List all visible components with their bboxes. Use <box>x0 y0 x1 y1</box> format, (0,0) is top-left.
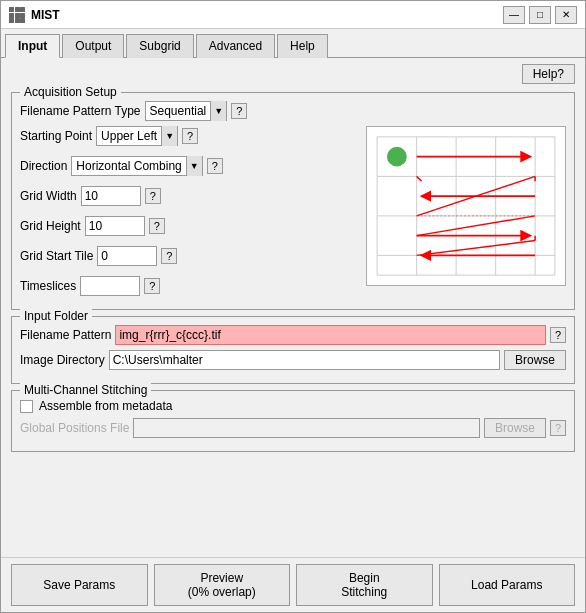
starting-point-help[interactable]: ? <box>182 128 198 144</box>
grid-width-help[interactable]: ? <box>145 188 161 204</box>
preview-button[interactable]: Preview (0% overlap) <box>154 564 291 606</box>
starting-point-label: Starting Point <box>20 129 92 143</box>
grid-height-help[interactable]: ? <box>149 218 165 234</box>
filename-pattern-label: Filename Pattern <box>20 328 111 342</box>
window-controls: — □ ✕ <box>503 6 577 24</box>
close-button[interactable]: ✕ <box>555 6 577 24</box>
grid-start-tile-label: Grid Start Tile <box>20 249 93 263</box>
svg-rect-1 <box>15 7 20 12</box>
grid-height-label: Grid Height <box>20 219 81 233</box>
svg-rect-2 <box>20 7 25 12</box>
acquisition-setup-group: Acquisition Setup Filename Pattern Type … <box>11 92 575 310</box>
bottom-bar: Save Params Preview (0% overlap) Begin S… <box>1 557 585 612</box>
assemble-checkbox[interactable] <box>20 400 33 413</box>
svg-line-25 <box>417 216 536 236</box>
load-params-button[interactable]: Load Params <box>439 564 576 606</box>
tab-subgrid[interactable]: Subgrid <box>126 34 193 58</box>
timeslices-help[interactable]: ? <box>144 278 160 294</box>
grid-height-row: Grid Height ? <box>20 216 358 236</box>
save-params-button[interactable]: Save Params <box>11 564 148 606</box>
starting-point-arrow[interactable]: ▼ <box>161 126 177 146</box>
grid-width-label: Grid Width <box>20 189 77 203</box>
tab-input[interactable]: Input <box>5 34 60 58</box>
input-folder-group: Input Folder Filename Pattern ? Image Di… <box>11 316 575 384</box>
svg-rect-5 <box>20 13 25 18</box>
image-directory-label: Image Directory <box>20 353 105 367</box>
starting-direction-row: Starting Point Upper Left ▼ ? <box>20 126 358 146</box>
assemble-checkbox-row: Assemble from metadata <box>20 399 566 413</box>
svg-rect-6 <box>9 18 14 23</box>
svg-line-29 <box>417 241 536 256</box>
help-row: Help? <box>11 64 575 84</box>
begin-stitching-button[interactable]: Begin Stitching <box>296 564 433 606</box>
main-window: MIST — □ ✕ Input Output Subgrid Advanced… <box>0 0 586 613</box>
global-positions-label: Global Positions File <box>20 421 129 435</box>
timeslices-row: Timeslices ? <box>20 276 358 296</box>
global-positions-help: ? <box>550 420 566 436</box>
svg-rect-3 <box>9 13 14 18</box>
filename-pattern-type-row: Filename Pattern Type Sequential ▼ ? <box>20 101 566 121</box>
acquisition-content: Starting Point Upper Left ▼ ? Direction … <box>20 126 566 301</box>
window-title: MIST <box>31 8 503 22</box>
filename-pattern-type-label: Filename Pattern Type <box>20 104 141 118</box>
filename-pattern-row: Filename Pattern ? <box>20 325 566 345</box>
image-directory-row: Image Directory Browse <box>20 350 566 370</box>
starting-point-select[interactable]: Upper Left ▼ <box>96 126 178 146</box>
main-content: Help? Acquisition Setup Filename Pattern… <box>1 58 585 557</box>
maximize-button[interactable]: □ <box>529 6 551 24</box>
svg-line-21 <box>417 176 422 181</box>
filename-pattern-type-help[interactable]: ? <box>231 103 247 119</box>
svg-rect-8 <box>20 18 25 23</box>
direction-select[interactable]: Horizontal Combing ▼ <box>71 156 202 176</box>
filename-pattern-input[interactable] <box>115 325 546 345</box>
direction-label: Direction <box>20 159 67 173</box>
filename-pattern-type-arrow[interactable]: ▼ <box>210 101 226 121</box>
assemble-label: Assemble from metadata <box>39 399 172 413</box>
svg-rect-7 <box>15 18 20 23</box>
grid-canvas <box>366 126 566 301</box>
grid-height-input[interactable] <box>85 216 145 236</box>
filename-pattern-help[interactable]: ? <box>550 327 566 343</box>
image-directory-browse[interactable]: Browse <box>504 350 566 370</box>
title-bar: MIST — □ ✕ <box>1 1 585 29</box>
grid-start-tile-help[interactable]: ? <box>161 248 177 264</box>
tab-bar: Input Output Subgrid Advanced Help <box>1 29 585 58</box>
app-icon <box>9 7 25 23</box>
direction-help[interactable]: ? <box>207 158 223 174</box>
multi-channel-group: Multi-Channel Stitching Assemble from me… <box>11 390 575 452</box>
minimize-button[interactable]: — <box>503 6 525 24</box>
multi-channel-title: Multi-Channel Stitching <box>20 383 151 397</box>
input-folder-title: Input Folder <box>20 309 92 323</box>
global-positions-row: Global Positions File Browse ? <box>20 418 566 438</box>
acquisition-setup-title: Acquisition Setup <box>20 85 121 99</box>
grid-width-row: Grid Width ? <box>20 186 358 206</box>
grid-start-tile-input[interactable] <box>97 246 157 266</box>
global-positions-input <box>133 418 480 438</box>
grid-width-input[interactable] <box>81 186 141 206</box>
svg-rect-4 <box>15 13 20 18</box>
timeslices-label: Timeslices <box>20 279 76 293</box>
tab-advanced[interactable]: Advanced <box>196 34 275 58</box>
svg-point-17 <box>387 147 407 167</box>
direction-row: Direction Horizontal Combing ▼ ? <box>20 156 358 176</box>
filename-pattern-type-select[interactable]: Sequential ▼ <box>145 101 228 121</box>
direction-arrow[interactable]: ▼ <box>186 156 202 176</box>
image-directory-input[interactable] <box>109 350 500 370</box>
svg-rect-0 <box>9 7 14 12</box>
acquisition-left: Starting Point Upper Left ▼ ? Direction … <box>20 126 358 301</box>
help-button[interactable]: Help? <box>522 64 575 84</box>
tab-output[interactable]: Output <box>62 34 124 58</box>
grid-start-tile-row: Grid Start Tile ? <box>20 246 358 266</box>
global-positions-browse: Browse <box>484 418 546 438</box>
tab-help[interactable]: Help <box>277 34 328 58</box>
timeslices-input[interactable] <box>80 276 140 296</box>
